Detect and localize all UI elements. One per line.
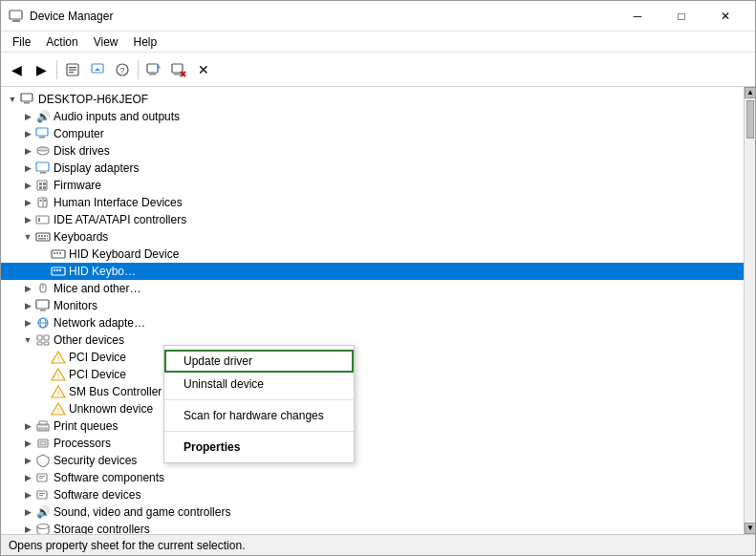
svg-rect-56 xyxy=(38,309,48,310)
svg-rect-51 xyxy=(59,269,61,271)
menu-action[interactable]: Action xyxy=(38,33,85,51)
svg-rect-78 xyxy=(39,476,45,477)
tree-item-storage[interactable]: ▶ Storage controllers xyxy=(1,521,744,534)
titlebar: Device Manager ─ □ ✕ xyxy=(1,1,755,32)
minimize-button[interactable]: ─ xyxy=(616,1,659,32)
tree-item-security[interactable]: ▶ Security devices xyxy=(1,452,744,469)
expand-mice[interactable]: ▶ xyxy=(20,281,35,296)
expand-print[interactable]: ▶ xyxy=(20,418,35,434)
keyboard-icon-1 xyxy=(51,246,66,262)
hid-icon xyxy=(35,195,51,210)
computer-icon xyxy=(35,126,51,141)
scroll-track[interactable] xyxy=(745,98,755,523)
menu-view[interactable]: View xyxy=(86,33,126,51)
expand-storage[interactable]: ▶ xyxy=(20,522,35,534)
tree-item-monitors[interactable]: ▶ Monitors xyxy=(1,297,744,314)
tree-item-disk[interactable]: ▶ Disk drives xyxy=(1,142,744,160)
tree-item-display[interactable]: ▶ Display adapters xyxy=(1,160,744,177)
tree-item-computer[interactable]: ▶ Computer xyxy=(1,125,744,142)
smbus-label: SM Bus Controller xyxy=(69,385,162,398)
expand-sw-dev[interactable]: ▶ xyxy=(20,487,35,503)
maximize-button[interactable]: □ xyxy=(659,1,703,32)
tree-item-sw-devices[interactable]: ▶ Software devices xyxy=(1,486,744,503)
device-tree[interactable]: ▼ DESKTOP-H6KJEOF ▶ 🔊 Audio inputs and o… xyxy=(1,87,744,534)
expand-ide[interactable]: ▶ xyxy=(20,212,35,227)
tree-item-mice[interactable]: ▶ Mice and other… xyxy=(1,280,744,297)
svg-rect-39 xyxy=(41,235,43,237)
tree-item-processors[interactable]: ▶ Processors xyxy=(1,435,744,452)
scroll-up[interactable]: ▲ xyxy=(745,87,755,98)
tree-item-network[interactable]: ▶ Network adapte… xyxy=(1,314,744,331)
sw-comp-label: Software components xyxy=(54,471,164,484)
toolbar-update-driver[interactable] xyxy=(86,58,109,81)
expand-security[interactable]: ▶ xyxy=(20,453,35,468)
close-button[interactable]: ✕ xyxy=(703,1,747,32)
tree-item-pci-2[interactable]: ▶ ! PCI Device xyxy=(1,366,744,383)
context-uninstall[interactable]: Uninstall device xyxy=(164,373,354,396)
scroll-down[interactable]: ▼ xyxy=(745,523,755,534)
tree-item-other[interactable]: ▼ Other devices xyxy=(1,331,744,349)
expand-hid[interactable]: ▶ xyxy=(20,195,35,210)
tree-item-audio[interactable]: ▶ 🔊 Audio inputs and outputs xyxy=(1,108,744,125)
expand-keyboards[interactable]: ▼ xyxy=(20,229,35,245)
expand-root[interactable]: ▼ xyxy=(5,92,20,107)
tree-item-firmware[interactable]: ▶ Firmware xyxy=(1,177,744,194)
svg-rect-40 xyxy=(44,235,46,237)
svg-rect-49 xyxy=(54,269,55,271)
toolbar-help[interactable]: ? xyxy=(111,58,134,81)
keyboards-label: Keyboards xyxy=(54,230,108,244)
computer-icon xyxy=(20,92,35,107)
expand-audio[interactable]: ▶ xyxy=(20,109,35,124)
expand-computer[interactable]: ▶ xyxy=(20,126,35,141)
expand-network[interactable]: ▶ xyxy=(20,315,35,331)
scrollbar[interactable]: ▲ ▼ xyxy=(744,87,755,534)
tree-item-keyboards[interactable]: ▼ Keyboards xyxy=(1,228,744,246)
toolbar-disable[interactable]: ✕ xyxy=(192,58,215,81)
security-label: Security devices xyxy=(54,454,137,467)
toolbar-back[interactable]: ◀ xyxy=(5,58,28,81)
monitors-label: Monitors xyxy=(54,299,97,312)
expand-sw-comp[interactable]: ▶ xyxy=(20,470,35,485)
hid-keyboard-label-2: HID Keybo… xyxy=(69,265,136,278)
svg-rect-2 xyxy=(11,18,22,19)
tree-item-hid-keyboard-1[interactable]: ▶ HID Keyboard Device xyxy=(1,246,744,263)
context-properties[interactable]: Properties xyxy=(164,436,354,459)
expand-sound[interactable]: ▶ xyxy=(20,504,35,520)
tree-item-pci-1[interactable]: ▶ ! PCI Device xyxy=(1,349,744,366)
expand-firmware[interactable]: ▶ xyxy=(20,178,35,193)
toolbar-forward[interactable]: ▶ xyxy=(30,58,53,81)
tree-item-sw-components[interactable]: ▶ Software components xyxy=(1,469,744,486)
scroll-thumb[interactable] xyxy=(746,100,754,139)
storage-label: Storage controllers xyxy=(54,523,150,534)
toolbar-sep-2 xyxy=(138,60,139,79)
pci-label-1: PCI Device xyxy=(69,351,126,364)
tree-root[interactable]: ▼ DESKTOP-H6KJEOF xyxy=(1,91,744,108)
svg-rect-28 xyxy=(43,182,46,185)
tree-item-hid[interactable]: ▶ Human Interface Devices xyxy=(1,194,744,211)
print-icon xyxy=(35,418,51,434)
tree-item-smbus[interactable]: ▶ ! SM Bus Controller xyxy=(1,383,744,400)
tree-item-sound[interactable]: ▶ 🔊 Sound, video and game controllers xyxy=(1,503,744,521)
tree-item-ide[interactable]: ▶ IDE ATA/ATAPI controllers xyxy=(1,211,744,228)
expand-other[interactable]: ▼ xyxy=(20,332,35,348)
svg-rect-45 xyxy=(54,252,55,254)
svg-rect-35 xyxy=(36,216,49,224)
tree-item-hid-keyboard-2[interactable]: ▶ HID Keybo… xyxy=(1,263,744,280)
menu-help[interactable]: Help xyxy=(126,33,165,51)
expand-display[interactable]: ▶ xyxy=(20,160,35,176)
sw-comp-icon xyxy=(35,470,51,485)
context-scan[interactable]: Scan for hardware changes xyxy=(164,404,354,427)
toolbar-properties[interactable] xyxy=(61,58,84,81)
expand-disk[interactable]: ▶ xyxy=(20,143,35,159)
toolbar-uninstall[interactable] xyxy=(167,58,190,81)
tree-item-unknown[interactable]: ▶ ! Unknown device xyxy=(1,400,744,417)
toolbar-scan[interactable] xyxy=(142,58,165,81)
unknown-label: Unknown device xyxy=(69,402,153,416)
tree-item-print[interactable]: ▶ Print queues xyxy=(1,417,744,435)
svg-rect-36 xyxy=(38,218,40,222)
svg-rect-46 xyxy=(56,252,58,254)
expand-processors[interactable]: ▶ xyxy=(20,436,35,451)
menu-file[interactable]: File xyxy=(5,33,38,51)
expand-monitors[interactable]: ▶ xyxy=(20,298,35,313)
context-update-driver[interactable]: Update driver xyxy=(164,350,354,373)
